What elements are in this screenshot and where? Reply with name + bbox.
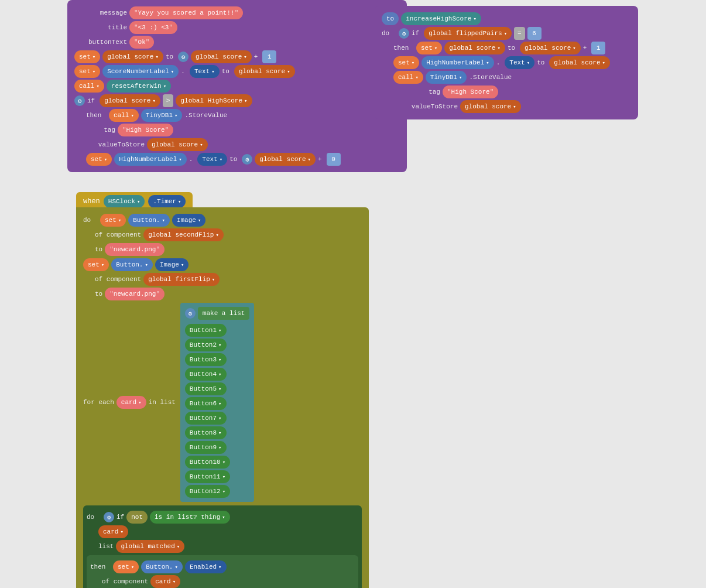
set-b1-pill[interactable]: set	[100, 214, 126, 227]
tag-label: tag	[98, 127, 115, 134]
set-b2-pill[interactable]: set	[83, 258, 109, 271]
then2-label: then	[90, 563, 111, 570]
text-r-pill[interactable]: Text	[505, 56, 534, 69]
do-label-right: do	[382, 30, 396, 37]
of-component-b2: of component	[95, 276, 141, 283]
to-b2-label: to	[95, 290, 102, 298]
call2-pill[interactable]: call	[109, 109, 139, 122]
gt-operator: >	[163, 94, 174, 107]
then-label-r: then	[393, 45, 414, 52]
call-r-pill[interactable]: call	[393, 71, 423, 84]
global-score-get-1[interactable]: global score	[191, 50, 252, 63]
global-score-pill-1[interactable]: global score	[102, 50, 163, 63]
when-label-b: when	[83, 197, 100, 206]
message-value: Yayy you scored a point!!	[129, 6, 243, 19]
button-list-item-button12[interactable]: Button12	[185, 485, 230, 498]
call-pill[interactable]: call	[74, 80, 104, 93]
global-score-r4[interactable]: global score	[460, 100, 521, 113]
gear-icon-b2: ⚙	[104, 512, 114, 522]
button-list-item-button2[interactable]: Button2	[185, 339, 227, 351]
text-pill-2[interactable]: Text	[197, 153, 227, 166]
set2-pill[interactable]: set	[74, 65, 100, 78]
flipped-pairs-pill[interactable]: global flippedPairs	[424, 27, 512, 40]
global-secondflip-pill[interactable]: global secondFlip	[143, 228, 224, 241]
is-in-list-pill[interactable]: is in list? thing	[150, 511, 230, 524]
title-label: title	[74, 24, 127, 31]
image-b1-pill[interactable]: Image	[172, 214, 205, 227]
text-pill-1[interactable]: Text	[190, 65, 220, 78]
do-b2-label: do	[87, 514, 101, 521]
storevalue-label: .StoreValue	[184, 112, 227, 119]
tag-r-label: tag	[405, 88, 440, 95]
enabled-pill[interactable]: Enabled	[185, 560, 227, 573]
set3-b-pill[interactable]: set	[113, 560, 139, 573]
set3-pill[interactable]: set	[86, 153, 112, 166]
global-score-get-5[interactable]: global score	[255, 153, 316, 166]
gear-icon-2: ⚙	[74, 95, 85, 106]
high-score-r-tag: High Score	[443, 86, 498, 98]
global-highscore-pill[interactable]: global HighScore	[176, 94, 252, 107]
ok-value: Ok	[129, 36, 154, 49]
score-label-pill[interactable]: ScoreNumberLabel	[102, 65, 179, 78]
increase-highscore-pill[interactable]: increaseHighScore	[401, 12, 481, 25]
valuetostore-label: valueToStore	[98, 141, 145, 148]
button-list-item-button3[interactable]: Button3	[185, 353, 227, 366]
button-list-item-button4[interactable]: Button4	[185, 368, 227, 381]
button-list-item-button7[interactable]: Button7	[185, 412, 227, 425]
num-6: 6	[527, 27, 542, 40]
newcard-png-1: newcard.png	[105, 243, 164, 256]
num-1-r: 1	[591, 42, 605, 54]
num-0: 0	[327, 153, 341, 166]
global-matched-pill[interactable]: global matched	[116, 540, 184, 553]
valuetostore-r-label: valueToStore	[405, 103, 458, 110]
hsclock-pill[interactable]: HSClock	[104, 195, 145, 208]
global-score-get-2[interactable]: global score	[234, 65, 295, 78]
storevalue-r-label: .StoreValue	[469, 74, 512, 81]
reset-pill[interactable]: resetAfterWin	[107, 80, 171, 93]
in-list-label: in list	[149, 399, 176, 406]
then-label: then	[86, 112, 107, 119]
for-each-label: for each	[83, 399, 114, 406]
tinydb1-r-pill[interactable]: TinyDB1	[426, 71, 467, 84]
button-list-item-button1[interactable]: Button1	[185, 324, 227, 337]
button-b2-pill[interactable]: Button.	[111, 258, 153, 271]
gear-icon-3: ⚙	[242, 154, 252, 165]
of-component-b1: of component	[95, 231, 141, 238]
highnumlabel-r[interactable]: HighNumberLabel	[421, 56, 493, 69]
global-score-get-4[interactable]: global score	[147, 138, 208, 151]
button-list-item-button11[interactable]: Button11	[185, 470, 230, 483]
button-list-item-button8[interactable]: Button8	[185, 426, 227, 439]
button-list-item-button9[interactable]: Button9	[185, 441, 227, 454]
highnumlabel-pill[interactable]: HighNumberLabel	[114, 153, 186, 166]
get-card-pill[interactable]: card	[98, 525, 128, 538]
if2-label: if	[116, 514, 124, 521]
global-score-r3[interactable]: global score	[549, 56, 610, 69]
set-r-pill[interactable]: set	[416, 42, 442, 54]
not-pill[interactable]: not	[126, 511, 148, 524]
button-list-item-button10[interactable]: Button10	[185, 456, 230, 469]
buttontext-label: buttonText	[74, 39, 127, 46]
do-b-label: do	[83, 217, 98, 224]
global-score-r1[interactable]: global score	[444, 42, 505, 54]
of-component-b3: of component	[102, 578, 148, 585]
button-list-item-button6[interactable]: Button6	[185, 397, 227, 410]
gear-icon-1: ⚙	[178, 52, 189, 62]
set-pill[interactable]: set	[74, 50, 100, 63]
to-pill: to	[382, 12, 399, 25]
timer-pill[interactable]: .Timer	[148, 195, 186, 208]
button-list-item-button5[interactable]: Button5	[185, 382, 227, 395]
global-score-r2[interactable]: global score	[520, 42, 581, 54]
card-pill[interactable]: card	[116, 396, 146, 409]
global-score-get-3[interactable]: global score	[100, 94, 160, 107]
high-score-tag: High Score	[118, 124, 173, 136]
button-b1-pill[interactable]: Button.	[128, 214, 170, 227]
button-b3-pill[interactable]: Button.	[141, 560, 183, 573]
global-firstflip-pill[interactable]: global firstFlip	[143, 273, 220, 286]
image-b2-pill[interactable]: Image	[155, 258, 189, 271]
newcard-png-2: newcard.png	[105, 288, 164, 300]
get-card2-pill[interactable]: card	[150, 575, 180, 588]
tinydb1-pill[interactable]: TinyDB1	[141, 109, 183, 122]
make-list-pill[interactable]: make a list	[198, 307, 250, 320]
list-b-label: list	[98, 543, 114, 550]
set2-r-pill[interactable]: set	[393, 56, 419, 69]
